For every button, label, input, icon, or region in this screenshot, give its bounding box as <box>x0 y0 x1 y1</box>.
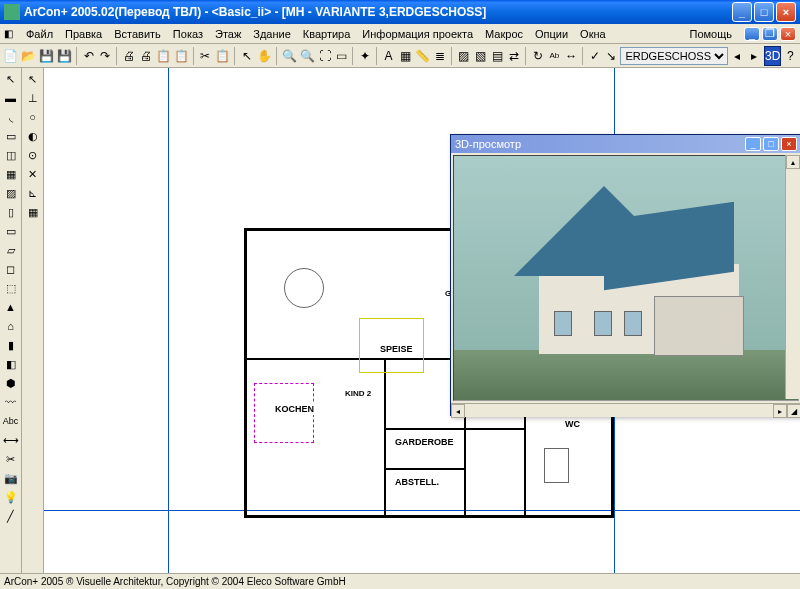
undo-button[interactable]: ↶ <box>81 46 97 66</box>
floor-prev-button[interactable]: ◂ <box>729 46 745 66</box>
redo-button[interactable]: ↷ <box>98 46 114 66</box>
chimney-tool[interactable]: ▮ <box>2 336 20 354</box>
snap-grid-tool[interactable]: ▦ <box>24 203 42 221</box>
snap-button[interactable]: ✦ <box>357 46 373 66</box>
menu-building[interactable]: Здание <box>247 26 297 42</box>
menu-options[interactable]: Опции <box>529 26 574 42</box>
import-button[interactable]: 📋 <box>173 46 190 66</box>
text-tool[interactable]: Abc <box>2 412 20 430</box>
help-button[interactable]: ? <box>782 46 798 66</box>
export-button[interactable]: 📋 <box>155 46 172 66</box>
pan-button[interactable]: ✋ <box>256 46 273 66</box>
window-tool[interactable]: ▭ <box>2 127 20 145</box>
menu-macros[interactable]: Макрос <box>479 26 529 42</box>
select-tool[interactable]: ↖ <box>2 70 20 88</box>
mdi-restore-button[interactable]: ❐ <box>762 27 778 41</box>
hatch2-button[interactable]: ▧ <box>472 46 488 66</box>
menu-projinfo[interactable]: Информация проекта <box>356 26 479 42</box>
ortho-tool[interactable]: ⊥ <box>24 89 42 107</box>
snap-mid-tool[interactable]: ◐ <box>24 127 42 145</box>
check-button[interactable]: ✓ <box>587 46 603 66</box>
opening-tool[interactable]: ◻ <box>2 260 20 278</box>
measure-button[interactable]: ↔ <box>563 46 579 66</box>
dimension-tool[interactable]: ⟷ <box>2 431 20 449</box>
3d-preview-window[interactable]: 3D-просмотр _ □ × ▴ ◂ ▸ <box>450 134 800 416</box>
close-button[interactable]: × <box>776 2 796 22</box>
drawing-canvas[interactable]: ⇡ SPEISE KOCHEN GARDEROBE ABSTELL. FLUR … <box>44 68 800 573</box>
zoom-window-button[interactable]: ▭ <box>333 46 349 66</box>
3d-view-button[interactable]: 3D <box>764 46 781 66</box>
print-button[interactable]: 🖨 <box>121 46 137 66</box>
scroll-up-icon[interactable]: ▴ <box>786 155 800 169</box>
terrain-tool[interactable]: ⬢ <box>2 374 20 392</box>
floor-next-button[interactable]: ▸ <box>746 46 762 66</box>
scroll-left-icon[interactable]: ◂ <box>451 404 465 418</box>
curve-wall-tool[interactable]: ◟ <box>2 108 20 126</box>
minimize-button[interactable]: _ <box>732 2 752 22</box>
room-label-garderobe: GARDEROBE <box>394 436 455 448</box>
column-tool[interactable]: ▯ <box>2 203 20 221</box>
layers-button[interactable]: ≣ <box>432 46 448 66</box>
open-button[interactable]: 📂 <box>20 46 37 66</box>
menu-flat[interactable]: Квартира <box>297 26 357 42</box>
3d-scrollbar-v[interactable]: ▴ <box>785 155 799 399</box>
zoom-fit-button[interactable]: ⛶ <box>317 46 333 66</box>
cursor-button[interactable]: ↖ <box>239 46 255 66</box>
snap-perp-tool[interactable]: ⊾ <box>24 184 42 202</box>
menu-view[interactable]: Показ <box>167 26 209 42</box>
snap-center-tool[interactable]: ⊙ <box>24 146 42 164</box>
print-preview-button[interactable]: 🖨 <box>138 46 154 66</box>
room-tool[interactable]: ◧ <box>2 355 20 373</box>
grid-tool[interactable]: ▦ <box>2 165 20 183</box>
line-tool[interactable]: ╱ <box>2 507 20 525</box>
path-tool[interactable]: 〰 <box>2 393 20 411</box>
floor-select[interactable]: ERDGESCHOSS <box>620 47 728 65</box>
3d-min-button[interactable]: _ <box>745 137 761 151</box>
pointer-tool[interactable]: ↖ <box>24 70 42 88</box>
maximize-button[interactable]: □ <box>754 2 774 22</box>
hatch-tool[interactable]: ▨ <box>2 184 20 202</box>
saveas-button[interactable]: 💾 <box>56 46 73 66</box>
3d-scrollbar-h[interactable]: ◂ ▸ ◢ <box>451 403 800 417</box>
menu-file[interactable]: Файл <box>20 26 59 42</box>
paste-button[interactable]: 📋 <box>214 46 231 66</box>
menu-help[interactable]: Помощь <box>684 26 739 42</box>
snap-endpoint-tool[interactable]: ○ <box>24 108 42 126</box>
menu-insert[interactable]: Вставить <box>108 26 167 42</box>
copy-button[interactable]: ✂ <box>197 46 213 66</box>
arrow-button[interactable]: ↘ <box>604 46 620 66</box>
3d-canvas[interactable] <box>453 155 799 401</box>
scroll-right-icon[interactable]: ▸ <box>773 404 787 418</box>
beam-tool[interactable]: ▭ <box>2 222 20 240</box>
label-button[interactable]: Ab <box>546 46 562 66</box>
hatch3-button[interactable]: ▤ <box>489 46 505 66</box>
mirror-button[interactable]: ⇄ <box>506 46 522 66</box>
rotate-button[interactable]: ↻ <box>530 46 546 66</box>
section-tool[interactable]: ✂ <box>2 450 20 468</box>
zoom-out-button[interactable]: 🔍 <box>299 46 316 66</box>
dormer-tool[interactable]: ⌂ <box>2 317 20 335</box>
menu-edit[interactable]: Правка <box>59 26 108 42</box>
light-tool[interactable]: 💡 <box>2 488 20 506</box>
slab-tool[interactable]: ▱ <box>2 241 20 259</box>
grid-button[interactable]: ▦ <box>397 46 413 66</box>
door-tool[interactable]: ◫ <box>2 146 20 164</box>
3d-preview-titlebar[interactable]: 3D-просмотр _ □ × <box>451 135 800 153</box>
menu-windows[interactable]: Окна <box>574 26 612 42</box>
mdi-close-button[interactable]: × <box>780 27 796 41</box>
new-button[interactable]: 📄 <box>2 46 19 66</box>
mdi-minimize-button[interactable]: _ <box>744 27 760 41</box>
ruler-button[interactable]: 📏 <box>414 46 431 66</box>
wall-tool[interactable]: ▬ <box>2 89 20 107</box>
3d-max-button[interactable]: □ <box>763 137 779 151</box>
hatch1-button[interactable]: ▨ <box>456 46 472 66</box>
snap-intersect-tool[interactable]: ✕ <box>24 165 42 183</box>
3d-close-button[interactable]: × <box>781 137 797 151</box>
camera-tool[interactable]: 📷 <box>2 469 20 487</box>
zoom-in-button[interactable]: 🔍 <box>281 46 298 66</box>
text-button[interactable]: A <box>381 46 397 66</box>
roof-tool[interactable]: ▲ <box>2 298 20 316</box>
save-button[interactable]: 💾 <box>38 46 55 66</box>
stair-tool[interactable]: ⬚ <box>2 279 20 297</box>
menu-floor[interactable]: Этаж <box>209 26 247 42</box>
